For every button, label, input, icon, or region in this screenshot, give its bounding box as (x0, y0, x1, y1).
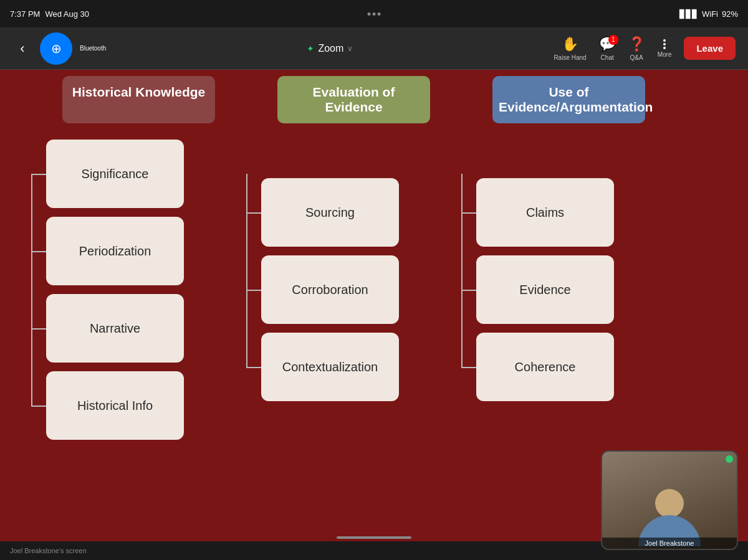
h-line-historical-info (31, 406, 46, 407)
sourcing-card[interactable]: Sourcing (261, 178, 399, 247)
h-line-contextualization (246, 367, 261, 368)
zoom-badge: ✦ Zoom ∨ (307, 43, 353, 54)
status-bar: 7:37 PM Wed Aug 30 ▊▊▊ WiFi 92% (0, 0, 748, 27)
ue-cards: Claims Evidence Coherence (461, 178, 614, 401)
status-left: 7:37 PM Wed Aug 30 (10, 9, 89, 19)
leave-button[interactable]: Leave (684, 37, 736, 60)
screen-share-label: Joel Breakstone's screen (10, 547, 87, 554)
time: 7:37 PM (10, 9, 40, 19)
coherence-row: Coherence (476, 333, 614, 401)
main-content: Historical Knowledge Evaluation of Evide… (0, 70, 748, 560)
narrative-row: Narrative (46, 294, 184, 363)
contextualization-row: Contextualization (261, 333, 399, 401)
significance-row: Significance (46, 140, 184, 208)
h-line-corroboration (246, 290, 261, 291)
h-line-narrative (31, 328, 46, 330)
periodization-card[interactable]: Periodization (46, 217, 184, 285)
date: Wed Aug 30 (45, 9, 89, 19)
col-evaluation-header: Evaluation of Evidence (277, 76, 430, 123)
zoom-chevron-icon: ∨ (347, 44, 353, 53)
narrative-card[interactable]: Narrative (46, 294, 184, 363)
back-button[interactable]: ‹ (12, 39, 32, 59)
right-vline (461, 174, 463, 367)
raise-hand-button[interactable]: ✋ Raise Hand (554, 36, 586, 61)
qna-button[interactable]: ❓ Q&A (628, 36, 645, 61)
more-label: More (658, 51, 672, 58)
video-tile: Joel Breakstone (601, 450, 738, 550)
col-use-evidence-header: Use of Evidence/Argumentation (492, 76, 645, 123)
qna-label: Q&A (630, 54, 643, 61)
raise-hand-icon: ✋ (562, 36, 578, 52)
contextualization-card[interactable]: Contextualization (261, 333, 399, 401)
raise-hand-label: Raise Hand (554, 54, 586, 61)
claims-card[interactable]: Claims (476, 178, 614, 247)
wifi-icon: WiFi (702, 9, 718, 19)
evidence-row: Evidence (476, 255, 614, 324)
status-right: ▊▊▊ WiFi 92% (679, 9, 738, 19)
h-line-periodization (31, 251, 46, 252)
corroboration-row: Corroboration (261, 255, 399, 324)
bluetooth-icon: ⊕ (51, 41, 62, 56)
coherence-card[interactable]: Coherence (476, 333, 614, 401)
ee-cards: Sourcing Corroboration Contextualization (246, 178, 399, 401)
mid-vline (246, 174, 247, 367)
toolbar: ‹ ⊕ Bluetooth ✦ Zoom ∨ ✋ Raise Hand 💬 Ch… (0, 27, 748, 70)
chat-badge: 1 (608, 35, 618, 45)
corroboration-card[interactable]: Corroboration (261, 255, 399, 324)
person-head (655, 489, 684, 518)
h-line-significance (31, 174, 46, 175)
sourcing-row: Sourcing (261, 178, 399, 247)
status-center (368, 12, 381, 16)
h-line-claims (461, 212, 476, 214)
chat-label: Chat (601, 54, 614, 61)
header-row: Historical Knowledge Evaluation of Evide… (31, 76, 736, 130)
diagram-body: Significance Periodization Narrative His… (31, 140, 736, 440)
col-evaluation: Sourcing Corroboration Contextualization (246, 140, 399, 401)
zoom-shield-icon: ✦ (307, 44, 314, 54)
hk-cards: Significance Periodization Narrative His… (31, 140, 184, 440)
evidence-card[interactable]: Evidence (476, 255, 614, 324)
col-historical-knowledge-header: Historical Knowledge (62, 76, 215, 123)
h-line-sourcing (246, 212, 261, 214)
h-line-coherence (461, 367, 476, 368)
col-historical-knowledge: Significance Periodization Narrative His… (31, 140, 184, 440)
qna-icon: ❓ (628, 36, 645, 52)
significance-card[interactable]: Significance (46, 140, 184, 208)
zoom-label: Zoom (318, 43, 343, 54)
battery: 92% (722, 9, 738, 19)
toolbar-center: ✦ Zoom ∨ (307, 43, 353, 54)
scroll-indicator (337, 536, 411, 539)
video-face (602, 452, 737, 549)
col-use-evidence: Claims Evidence Coherence (461, 140, 614, 401)
video-name-label: Joel Breakstone (602, 538, 737, 549)
chat-button[interactable]: 💬 Chat 1 (599, 36, 616, 61)
cellular-icon: ▊▊▊ (679, 9, 698, 19)
bluetooth-label: Bluetooth (80, 45, 106, 52)
video-status-dot (726, 455, 733, 463)
more-icon (663, 39, 666, 49)
periodization-row: Periodization (46, 217, 184, 285)
claims-row: Claims (476, 178, 614, 247)
historical-info-card[interactable]: Historical Info (46, 371, 184, 440)
toolbar-right: ✋ Raise Hand 💬 Chat 1 ❓ Q&A More Leave (554, 36, 736, 61)
h-line-evidence (461, 290, 476, 291)
toolbar-left: ‹ ⊕ Bluetooth (12, 32, 106, 65)
bluetooth-button[interactable]: ⊕ (40, 32, 72, 65)
dots-indicator (368, 12, 381, 16)
left-vline (31, 174, 32, 406)
historical-info-row: Historical Info (46, 371, 184, 440)
more-button[interactable]: More (658, 39, 672, 58)
